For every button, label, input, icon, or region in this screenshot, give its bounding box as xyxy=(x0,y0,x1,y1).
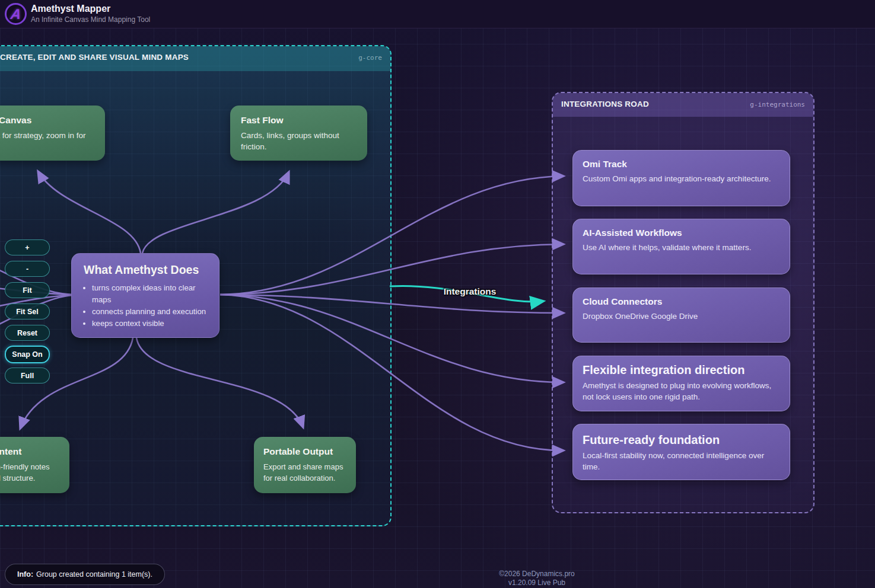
group-core-tag: g-core xyxy=(358,54,382,62)
app-header: A Amethyst Mapper An Infinite Canvas Min… xyxy=(0,0,875,28)
node-desc: Dropbox OneDrive Google Drive xyxy=(583,311,780,322)
zoom-out-button[interactable]: - xyxy=(5,261,50,277)
edge-label-integrations[interactable]: Integrations xyxy=(422,286,517,297)
node-desc: Cards, links, groups without friction. xyxy=(241,130,357,152)
group-core-title: CREATE, EDIT AND SHARE VISUAL MIND MAPS xyxy=(0,53,189,62)
status-toast: Info: Group created containing 1 item(s)… xyxy=(5,564,165,585)
fit-selection-button[interactable]: Fit Sel xyxy=(5,303,50,319)
node-ai-assisted-workflows[interactable]: AI-Assisted Workflows Use AI where it he… xyxy=(572,219,790,274)
node-title: Rich Content xyxy=(0,446,59,457)
node-fast-flow[interactable]: Fast Flow Cards, links, groups without f… xyxy=(230,106,367,161)
logo-letter: A xyxy=(9,7,22,21)
node-rich-content[interactable]: Rich Content Markdown-friendly notes wit… xyxy=(0,437,69,493)
node-what-amethyst-does[interactable]: What Amethyst Does turns complex ideas i… xyxy=(71,253,219,338)
node-portable-output[interactable]: Portable Output Export and share maps fo… xyxy=(254,437,356,493)
node-desc: Zoom out for strategy, zoom in for detai… xyxy=(0,130,94,152)
app-subtitle: An Infinite Canvas Mind Mapping Tool xyxy=(31,15,150,24)
node-title: Future-ready foundation xyxy=(583,433,780,447)
node-bullet-list: turns complex ideas into clear maps conn… xyxy=(79,282,212,330)
fit-button[interactable]: Fit xyxy=(5,282,50,298)
node-desc: Export and share maps for real collabora… xyxy=(263,461,346,484)
bullet-item: connects planning and execution xyxy=(92,306,212,318)
footer: ©2026 DeDynamics.pro v1.20.09 Live Pub xyxy=(415,570,658,587)
node-title: AI-Assisted Workflows xyxy=(583,228,780,238)
group-integrations-title: INTEGRATIONS ROAD xyxy=(561,100,649,108)
fullscreen-button[interactable]: Full xyxy=(5,368,50,384)
snap-toggle-button[interactable]: Snap On xyxy=(5,346,50,363)
node-title: Infinite Canvas xyxy=(0,115,94,126)
node-desc: Amethyst is designed to plug into evolvi… xyxy=(583,380,780,402)
node-desc: Use AI where it helps, validate where it… xyxy=(583,242,780,253)
node-title: Cloud Connectors xyxy=(583,296,780,307)
reset-button[interactable]: Reset xyxy=(5,325,50,341)
status-message: Group created containing 1 item(s). xyxy=(36,570,152,579)
node-title: Portable Output xyxy=(263,446,346,457)
bullet-item: turns complex ideas into clear maps xyxy=(92,282,212,306)
node-flexible-integration-direction[interactable]: Flexible integration direction Amethyst … xyxy=(572,356,790,411)
group-integrations-tag: g-integrations xyxy=(750,101,805,108)
footer-copyright: ©2026 DeDynamics.pro xyxy=(415,570,658,579)
node-title: What Amethyst Does xyxy=(84,263,212,277)
node-title: Omi Track xyxy=(583,159,780,170)
group-integrations-header[interactable]: INTEGRATIONS ROAD g-integrations xyxy=(553,93,813,117)
canvas[interactable]: CREATE, EDIT AND SHARE VISUAL MIND MAPS … xyxy=(0,0,875,588)
node-title: Flexible integration direction xyxy=(583,363,780,377)
bullet-item: keeps context visible xyxy=(92,318,212,330)
node-infinite-canvas[interactable]: Infinite Canvas Zoom out for strategy, z… xyxy=(0,106,105,161)
node-future-ready-foundation[interactable]: Future-ready foundation Local-first stab… xyxy=(572,424,790,480)
app-logo-icon: A xyxy=(5,3,27,25)
node-desc: Custom Omi apps and integration-ready ar… xyxy=(583,173,780,184)
group-core-header[interactable]: CREATE, EDIT AND SHARE VISUAL MIND MAPS … xyxy=(0,46,390,71)
zoom-in-button[interactable]: + xyxy=(5,239,50,255)
node-desc: Markdown-friendly notes with visual stru… xyxy=(0,461,59,484)
node-cloud-connectors[interactable]: Cloud Connectors Dropbox OneDrive Google… xyxy=(572,287,790,343)
node-omi-track[interactable]: Omi Track Custom Omi apps and integratio… xyxy=(572,150,790,206)
app-title: Amethyst Mapper xyxy=(31,4,110,14)
node-title: Fast Flow xyxy=(241,115,357,126)
node-desc: Local-first stability now, connected int… xyxy=(583,450,780,472)
footer-version: v1.20.09 Live Pub xyxy=(415,579,658,587)
status-prefix: Info: xyxy=(17,570,33,579)
